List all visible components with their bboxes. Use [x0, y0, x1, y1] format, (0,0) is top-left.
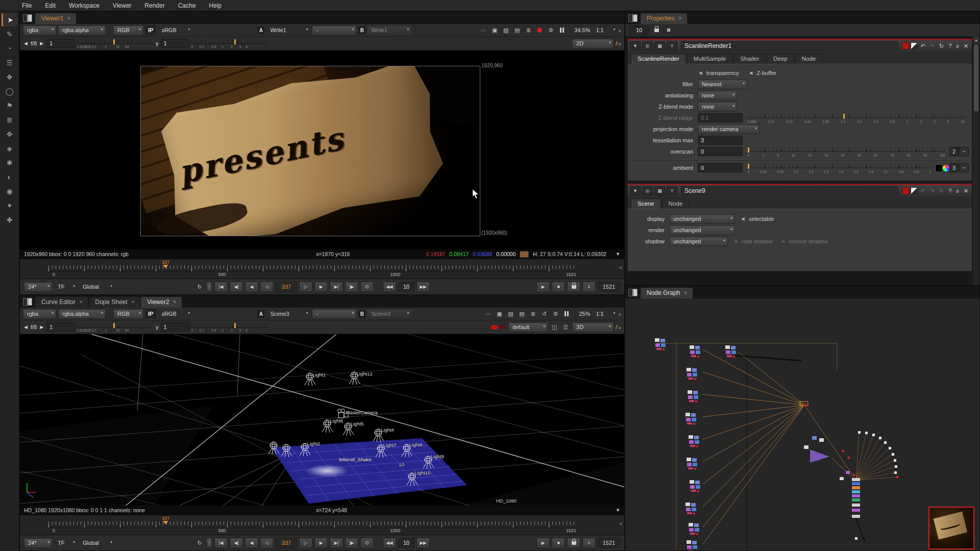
properties-scrollbar[interactable]: [972, 37, 979, 285]
float-panel-icon[interactable]: [954, 43, 961, 49]
postage-stamp-icon[interactable]: [911, 187, 918, 194]
viewer2-timeline[interactable]: 0 500 1000 1521 337: [20, 515, 624, 535]
animation-curve-icon[interactable]: [959, 147, 969, 156]
menu-help[interactable]: Help: [202, 2, 228, 9]
gain-field[interactable]: 1: [46, 322, 75, 332]
camera-view-icon[interactable]: [550, 323, 559, 331]
pixel-aspect-dropdown[interactable]: 1:1: [592, 26, 617, 35]
viewer-pause-icon[interactable]: [562, 310, 571, 318]
help-icon[interactable]: [947, 188, 953, 194]
goto-end-button[interactable]: [345, 538, 358, 548]
view-dimension-dropdown[interactable]: 3D: [572, 322, 614, 332]
dec-increment-button[interactable]: [383, 282, 396, 292]
tool-draw-icon[interactable]: [3, 28, 17, 41]
collapse-chevron-icon[interactable]: [618, 326, 623, 328]
play-backward-button[interactable]: [245, 538, 258, 548]
viewer-guides-icon[interactable]: [528, 310, 537, 318]
tool-content-menu-icon[interactable]: [2, 13, 17, 27]
viewer-format-icon[interactable]: [495, 310, 504, 318]
tab-viewer2[interactable]: Viewer2: [141, 297, 182, 308]
redo-icon[interactable]: [928, 43, 936, 49]
input-b-dropdown[interactable]: Scene3: [368, 310, 411, 318]
render-dropdown[interactable]: unchanged: [669, 226, 735, 235]
current-frame-field[interactable]: 337: [276, 538, 297, 548]
slider-marker[interactable]: [843, 114, 845, 119]
slider-marker[interactable]: [748, 147, 749, 153]
gain-slider[interactable]: 0.015625 0.1 1 10 64: [77, 39, 154, 48]
tab-properties[interactable]: Properties: [641, 13, 687, 24]
render-preview-thumbnail[interactable]: [928, 507, 974, 549]
pixel-aspect-dropdown[interactable]: 1:1: [592, 310, 617, 318]
node-name-field[interactable]: Scene9: [681, 186, 898, 195]
revert-icon[interactable]: [938, 188, 945, 194]
current-frame-field[interactable]: 337: [276, 282, 297, 292]
layer-dropdown[interactable]: rgba: [23, 309, 56, 319]
viewer-lut-dropdown[interactable]: sRGB: [158, 310, 192, 318]
tab-scanlinerender[interactable]: ScanlineRender: [631, 54, 686, 64]
tab-curve-editor[interactable]: Curve Editor: [35, 297, 88, 308]
overscan-slider[interactable]: 015102030405060708090100: [748, 147, 945, 156]
dec-increment-button[interactable]: [383, 538, 396, 548]
menu-viewer[interactable]: Viewer: [106, 2, 138, 9]
color-wheel-icon[interactable]: [943, 165, 949, 171]
tool-3d-icon[interactable]: [3, 142, 17, 155]
menu-cache[interactable]: Cache: [172, 2, 203, 9]
overscan-field[interactable]: 0: [698, 147, 743, 156]
tab-node[interactable]: Node: [795, 54, 823, 64]
viewer-format-icon[interactable]: [490, 26, 499, 34]
flipbook-play-button[interactable]: [536, 538, 550, 548]
menu-workspace[interactable]: Workspace: [62, 2, 106, 9]
flipbook-play-button[interactable]: [536, 282, 550, 292]
fstop-decrease-icon[interactable]: [23, 41, 29, 46]
viewer-proxy-icon[interactable]: [501, 26, 510, 34]
slider-marker[interactable]: [113, 323, 115, 328]
menu-render[interactable]: Render: [138, 2, 171, 9]
pane-menu-icon[interactable]: [23, 298, 32, 306]
collapse-panel-icon[interactable]: [630, 186, 641, 195]
close-icon[interactable]: [173, 299, 177, 305]
frame-range-dropdown[interactable]: Global: [79, 539, 114, 547]
step-backward-button[interactable]: [260, 538, 274, 548]
menu-edit[interactable]: Edit: [38, 2, 62, 9]
close-panel-icon[interactable]: [962, 43, 970, 49]
fstop-increase-icon[interactable]: [39, 324, 44, 330]
ab-blend-dropdown[interactable]: -: [312, 309, 356, 319]
display-channels-dropdown[interactable]: RGB: [113, 309, 143, 319]
scroll-up-icon[interactable]: [973, 37, 979, 43]
render-indicator-icon[interactable]: [902, 187, 909, 194]
tool-time-icon[interactable]: [3, 42, 17, 55]
tool-particles-icon[interactable]: [3, 156, 17, 169]
tool-other-icon[interactable]: [3, 213, 17, 227]
node-color-icon[interactable]: [654, 186, 665, 195]
record-icon[interactable]: [491, 325, 498, 330]
display-channels-dropdown[interactable]: RGB: [113, 26, 143, 35]
scrollbar-thumb[interactable]: [974, 45, 978, 111]
viewer1-image-area[interactable]: presents 1920,960 (1920x960): [20, 51, 624, 249]
postage-stamp-icon[interactable]: [911, 42, 918, 49]
gamma-slider[interactable]: 0 0.1 0.5 1 2 3 4: [191, 322, 268, 332]
unlock-panels-icon[interactable]: [652, 26, 661, 34]
receive-shadow-checkbox[interactable]: [780, 238, 787, 245]
gamma-field[interactable]: 1: [161, 39, 189, 48]
input-process-button[interactable]: IP: [145, 26, 156, 35]
viewer-pause-icon[interactable]: [557, 26, 567, 34]
tool-keyer-icon[interactable]: [3, 99, 17, 112]
end-frame-field[interactable]: 1521: [598, 282, 620, 292]
timeline-strip[interactable]: 0 500 1000 1521 337: [48, 516, 576, 534]
close-icon[interactable]: [67, 16, 71, 21]
goto-start-button[interactable]: [214, 282, 228, 292]
viewer-settings-gear-icon[interactable]: [551, 310, 560, 318]
prev-keyframe-button[interactable]: [230, 282, 243, 292]
goto-start-button[interactable]: [214, 538, 228, 548]
close-panel-icon[interactable]: [962, 188, 970, 194]
fstop-decrease-icon[interactable]: [23, 324, 29, 330]
wipe-mode-dropdown[interactable]: default: [508, 322, 548, 332]
viewer-roi-active-icon[interactable]: [535, 26, 544, 34]
range-lock-button[interactable]: [206, 282, 212, 292]
filter-dropdown[interactable]: Nearest: [698, 80, 747, 89]
tool-filter-icon[interactable]: [3, 85, 17, 98]
viewer-settings-gear-icon[interactable]: [546, 26, 555, 34]
ambient-field[interactable]: 0: [698, 163, 743, 172]
viewer-proxy-icon[interactable]: [506, 310, 515, 318]
timeline-strip[interactable]: 0 500 1000 1521 337: [48, 260, 576, 278]
